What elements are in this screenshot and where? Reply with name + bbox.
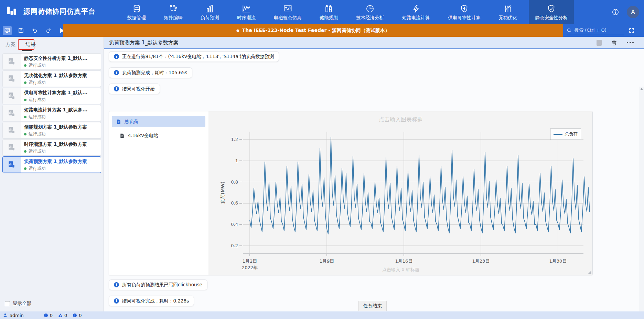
nav-item-timeseries[interactable]: 时序潮流 [231,0,262,24]
nav-item-topology[interactable]: 拓扑编辑 [158,0,189,24]
resize-handle[interactable] [588,271,591,274]
x-tick-label: 1月9日 [320,258,334,264]
result-card-status: 运行成功 [24,80,87,86]
status-dot-icon [24,167,26,170]
nav-item-lightning[interactable]: 短路电流计算 [396,0,436,24]
result-card[interactable]: 静态安全性分析方案 1_默认... 运行成功 [2,53,101,70]
pie-chart-icon [365,4,375,13]
chart-panel: 总负荷4.16kV变电站 点击输入图表标题 0.20.40.60.811.21月… [109,111,593,275]
user-icon [3,313,8,318]
chart-tool-button[interactable] [3,26,12,35]
save-button[interactable] [17,26,25,35]
y-tick-label: 1.2 [231,137,238,142]
nav-item-shield-lightning[interactable]: 供电可靠性计算 [442,0,487,24]
nav-item-label: 短路电流计算 [402,15,430,21]
panel-square-icon[interactable] [597,40,602,46]
tab-plan[interactable]: 方案 [6,41,16,48]
chart-plot-region: 点击输入图表标题 0.20.40.60.811.21月2日2022年1月9日1月… [208,111,593,275]
more-options-icon[interactable] [627,42,634,43]
nav-item-bar-chart[interactable]: 负荷预测 [194,0,225,24]
show-all-label: 显示全部 [13,300,31,307]
result-card[interactable]: 短路电流计算方案 1_默认参... 运行成功 [2,105,101,121]
result-card-title: 短路电流计算方案 1_默认参... [24,107,88,113]
bar-chart-icon [205,4,214,13]
result-card-status: 运行成功 [24,166,87,172]
result-card[interactable]: 无功优化方案 1_默认参数方案 运行成功 [2,70,101,87]
message-info-icon: i [114,86,119,91]
x-tick-label: 1月30日 [549,258,567,264]
nav-item-sliders[interactable]: 无功优化 [492,0,523,24]
y-tick-label: 1 [235,158,238,163]
log-message: i负荷预测完成，耗时：105.65s [109,67,192,78]
log-message: i正在进行第81/81个：('4.16kV变电站', 'L113', 'S114… [109,51,279,62]
help-info-icon[interactable] [612,8,619,16]
result-card-title: 供电可靠性计算方案 1_默认... [24,90,88,96]
undo-button[interactable] [30,26,39,35]
database-icon [132,4,141,13]
result-card-title: 无功优化方案 1_默认参数方案 [24,73,87,79]
y-tick-label: 0.4 [231,222,238,227]
result-card[interactable]: 负荷预测方案 1_默认参数方案 运行成功 [2,156,101,173]
log-message: i结果可视化完成，耗时：0.228s [109,296,194,306]
show-all-checkbox[interactable] [5,301,10,306]
status-dot-icon [24,116,26,118]
result-card-status: 运行成功 [24,63,88,68]
status-dot-icon [24,81,26,84]
y-axis-title[interactable]: 负荷(MW) [220,182,225,204]
result-card-title: 时序潮流方案 1_默认参数方案 [24,141,87,147]
app-logo-icon [6,5,19,18]
nav-item-battery[interactable]: 储能规划 [313,0,344,24]
fullscreen-button[interactable] [629,28,635,34]
battery-icon [324,4,333,13]
nav-item-label: 电磁暂态仿真 [274,15,302,21]
avatar[interactable]: A [627,6,639,18]
banner-text: The IEEE-123-Node Test Feeder - 源网荷储协同（测… [242,28,390,34]
delete-icon[interactable] [611,40,617,46]
project-banner: ● The IEEE-123-Node Test Feeder - 源网荷储协同… [63,24,563,37]
status-dot-icon [24,150,26,153]
nav-item-label: 静态安全性分析 [535,15,568,21]
result-card-status: 运行成功 [24,114,88,120]
page-title: 负荷预测方案 1_默认参数方案 [109,40,179,46]
shield-lightning-icon [460,4,469,13]
status-dot-icon [24,64,26,67]
vertical-scrollbar[interactable] [639,87,644,319]
result-card-title: 负荷预测方案 1_默认参数方案 [24,158,87,165]
message-info-icon: i [114,298,119,304]
main-content: 负荷预测方案 1_默认参数方案 总负荷4.16kV变电站 点击输入图表标题 0.… [104,37,644,311]
result-card[interactable]: 储能规划方案 1_默认参数方案 运行成功 [2,122,101,139]
search-input[interactable]: 搜索 (Ctrl + Q) [567,26,624,35]
chart-title-placeholder[interactable]: 点击输入图表标题 [208,116,593,123]
tree-item-total-load[interactable]: 总负荷 [112,116,205,127]
waveform-icon [283,4,292,13]
status-dot-icon [24,133,26,135]
xaxis-title-placeholder[interactable]: 点击输入 X 轴标题 [208,267,593,273]
legend-label: 总负荷 [565,131,578,137]
nav-item-database[interactable]: 数据管理 [121,0,152,24]
result-card-title: 静态安全性分析方案 1_默认... [24,55,88,62]
warning-count[interactable]: 0 [58,313,67,318]
scroll-up-icon[interactable] [640,88,643,90]
message-info-icon: i [114,54,119,59]
series-line-总负荷[interactable] [250,138,590,234]
result-card[interactable]: 供电可靠性计算方案 1_默认... 运行成功 [2,88,101,104]
result-card[interactable]: 时序潮流方案 1_默认参数方案 运行成功 [2,139,101,156]
app-header: 源网荷储协同仿真平台 数据管理 拓扑编辑 负荷预测 时序潮流 电磁暂态仿真 储能… [0,0,644,24]
tab-result[interactable]: 结果 [25,41,36,48]
document-icon [116,119,121,124]
chart-legend[interactable]: 总负荷 [550,129,581,140]
main-nav: 数据管理 拓扑编辑 负荷预测 时序潮流 电磁暂态仿真 储能规划 技术经济分析 短… [121,0,574,24]
nav-item-shield-check[interactable]: 静态安全性分析 [529,0,574,24]
nav-item-pie-chart[interactable]: 技术经济分析 [350,0,390,24]
nav-item-label: 供电可靠性计算 [448,15,481,21]
document-icon [119,133,125,139]
task-end-button[interactable]: 任务结束 [358,301,387,311]
tree-item-substation[interactable]: 4.16kV变电站 [119,131,158,141]
nav-item-waveform[interactable]: 电磁暂态仿真 [268,0,308,24]
sidebar: 方案 结果 静态安全性分析方案 1_默认... 运行成功 无功优化方案 1_默认… [0,37,104,311]
info-count[interactable]: 0 [73,313,82,318]
report-icon [3,54,21,69]
status-dot-icon [24,99,26,101]
redo-button[interactable] [44,26,53,35]
error-count[interactable]: 0 [44,313,53,318]
